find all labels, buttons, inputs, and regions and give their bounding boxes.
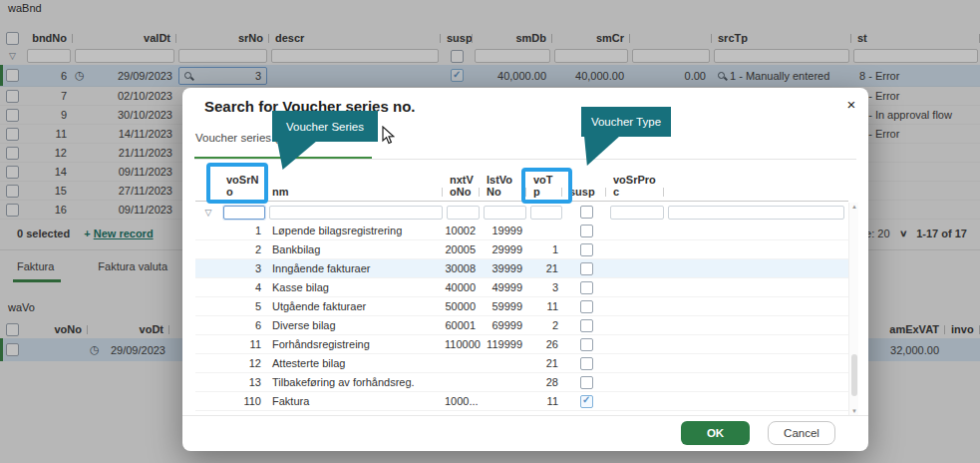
cancel-button[interactable]: Cancel <box>768 421 835 445</box>
cell-nxtVoNo: 10002 <box>445 225 482 236</box>
cell-nm: Inngående fakturaer <box>267 262 445 274</box>
susp-checkbox[interactable] <box>580 300 593 313</box>
dialog-footer-divider <box>182 415 868 416</box>
cell-voSrNo: 4 <box>221 281 267 293</box>
column-header-voTp[interactable]: voTp <box>528 174 564 201</box>
voucher-series-row[interactable]: 12Attesterte bilag21 <box>195 354 848 373</box>
filter-input-voSrNo[interactable] <box>223 206 265 220</box>
cell-voSrNo: 12 <box>221 357 267 369</box>
cell-nm: Faktura <box>267 395 445 407</box>
cell-voSrNo: 13 <box>221 376 267 388</box>
filter-susp-checkbox[interactable] <box>580 206 593 219</box>
voucher-series-row[interactable]: 2Bankbilag20005299991 <box>195 240 848 259</box>
cell-nm: Tilbakeføring av forhåndsreg. <box>267 376 445 388</box>
column-header-voSrProc[interactable]: voSrProc <box>608 174 666 201</box>
voucher-series-search-dialog: Search for Voucher series no. × Voucher … <box>182 88 868 451</box>
cell-nxtVoNo: 60001 <box>445 319 482 331</box>
cell-voSrNo: 2 <box>221 243 267 255</box>
cell-nxtVoNo: 50000 <box>445 300 482 312</box>
susp-checkbox[interactable] <box>580 357 593 370</box>
susp-checkbox[interactable] <box>580 281 593 294</box>
voucher-series-row[interactable]: 1Løpende bilagsregistrering1000219999 <box>195 222 848 240</box>
cell-lstVoNo: 69999 <box>482 319 528 331</box>
voucher-series-row[interactable]: 11Forhåndsregistreing11000011999926 <box>195 335 848 354</box>
cell-voTp: 21 <box>528 262 564 274</box>
voucher-series-row[interactable]: 4Kasse bilag40000499993 <box>195 278 848 297</box>
cell-voSrNo: 110 <box>221 395 267 407</box>
voucher-series-filter-row: ▽ <box>195 203 848 222</box>
susp-checkbox[interactable] <box>580 319 593 332</box>
cell-voTp: 3 <box>528 281 564 293</box>
cell-voTp: 11 <box>528 395 564 407</box>
cell-lstVoNo: 49999 <box>482 281 528 293</box>
mouse-cursor-icon <box>382 126 395 149</box>
cell-lstVoNo: 59999 <box>482 300 528 312</box>
susp-checkbox[interactable] <box>580 243 593 256</box>
cell-voTp: 28 <box>528 376 564 388</box>
cell-voSrNo: 11 <box>221 338 267 350</box>
cell-voTp: 11 <box>528 300 564 312</box>
cell-nm: Bankbilag <box>267 243 445 255</box>
column-header-susp[interactable]: susp <box>564 186 608 201</box>
cell-voSrNo: 6 <box>221 319 267 331</box>
voucher-series-row[interactable]: 3Inngående fakturaer300083999921 <box>195 259 848 278</box>
column-header-nxtVoNo[interactable]: nxtVoNo <box>445 174 482 201</box>
susp-checkbox[interactable] <box>580 262 593 275</box>
cell-voTp: 1 <box>528 243 564 255</box>
column-header-lstVoNo[interactable]: lstVoNo <box>482 174 528 201</box>
filter-input-nm[interactable] <box>269 206 443 220</box>
callout-voucher-type: Voucher Type <box>581 107 671 137</box>
cell-nxtVoNo: 20005 <box>445 243 482 255</box>
filter-input-voSrProc[interactable] <box>610 206 664 220</box>
cell-nm: Løpende bilagsregistrering <box>267 225 445 236</box>
voucher-series-row[interactable]: 13Tilbakeføring av forhåndsreg.28 <box>195 373 848 392</box>
filter-input-lstVoNo[interactable] <box>484 206 526 220</box>
cell-voTp: 2 <box>528 319 564 331</box>
scrollbar-up-arrow-icon[interactable]: ▲ <box>849 204 859 210</box>
cell-nm: Diverse bilag <box>267 319 445 331</box>
cell-voSrNo: 3 <box>221 262 267 274</box>
cell-nxtVoNo: 30008 <box>445 262 482 274</box>
susp-checkbox[interactable] <box>580 376 593 389</box>
cell-nm: Utgående fakturaer <box>267 300 445 312</box>
cell-voSrNo: 5 <box>221 300 267 312</box>
scrollbar-down-arrow-icon[interactable]: ▼ <box>849 408 859 414</box>
cell-lstVoNo: 119999 <box>482 338 528 350</box>
voucher-series-row[interactable]: 110Faktura1000...11 <box>195 392 848 411</box>
susp-checkbox[interactable] <box>580 225 593 237</box>
callout-voucher-series: Voucher Series <box>272 111 378 142</box>
filter-icon: ▽ <box>195 206 221 220</box>
cell-voTp: 21 <box>528 357 564 369</box>
column-header-nm[interactable]: nm <box>267 186 445 201</box>
cell-nxtVoNo: 40000 <box>445 281 482 293</box>
cell-voTp: 26 <box>528 338 564 350</box>
voucher-series-row[interactable]: 6Diverse bilag60001699992 <box>195 316 848 335</box>
voucher-series-table-header: voSrNonmnxtVoNolstVoNovoTpsuspvoSrProc <box>195 164 848 202</box>
callout-voucher-type-tail <box>584 136 620 166</box>
scrollbar-thumb[interactable] <box>851 354 857 396</box>
susp-checkbox[interactable] <box>580 338 593 351</box>
column-header-voSrNo[interactable]: voSrNo <box>221 174 267 201</box>
voucher-series-row[interactable]: 5Utgående fakturaer500005999911 <box>195 297 848 316</box>
cell-lstVoNo: 39999 <box>482 262 528 274</box>
filter-input-voTp[interactable] <box>530 206 562 220</box>
cell-voSrNo: 1 <box>221 225 267 236</box>
table-scrollbar[interactable]: ▲ ▼ <box>848 203 858 415</box>
cell-nm: Forhåndsregistreing <box>267 338 445 350</box>
cell-nxtVoNo: 110000 <box>445 338 482 350</box>
filter-input-nxtVoNo[interactable] <box>447 206 480 220</box>
filter-input-trailing[interactable] <box>668 206 844 220</box>
cell-nm: Kasse bilag <box>267 281 445 293</box>
ok-button[interactable]: OK <box>681 421 750 445</box>
voucher-series-table-body: 1Løpende bilagsregistrering10002199992Ba… <box>195 222 848 411</box>
cell-nxtVoNo: 1000... <box>445 395 482 407</box>
cell-lstVoNo: 19999 <box>482 225 528 236</box>
susp-checkbox[interactable] <box>580 395 593 408</box>
cell-nm: Attesterte bilag <box>267 357 445 369</box>
close-icon[interactable]: × <box>842 96 860 113</box>
cell-lstVoNo: 29999 <box>482 243 528 255</box>
